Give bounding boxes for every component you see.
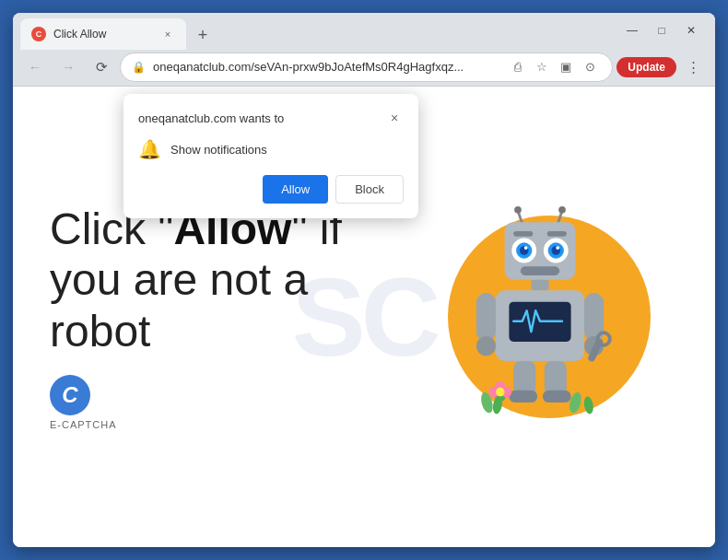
text-line-2: you are not a (50, 254, 420, 305)
minimize-button[interactable]: — (619, 18, 645, 43)
window-controls: — □ ✕ (619, 18, 704, 43)
popup-header: oneqanatclub.com wants to × (138, 109, 404, 127)
update-button[interactable]: Update (616, 57, 676, 77)
tab-bar: C Click Allow × + (20, 13, 614, 48)
new-tab-button[interactable]: + (190, 22, 216, 48)
svg-point-33 (496, 388, 505, 397)
lock-icon: 🔒 (132, 61, 146, 74)
address-bar[interactable]: 🔒 oneqanatclub.com/seVAn-prxw9bJoAtefMs0… (120, 52, 613, 82)
svg-rect-5 (513, 231, 533, 237)
main-text: Click "Allow" if you are not a robot (50, 204, 420, 356)
svg-rect-27 (509, 391, 537, 402)
captcha-logo: C E-CAPTCHA (50, 375, 420, 430)
back-button[interactable]: ← (20, 52, 50, 82)
popup-notification-row: 🔔 Show notifications (138, 138, 404, 160)
popup-close-button[interactable]: × (385, 109, 404, 127)
svg-point-14 (556, 246, 559, 250)
bookmark-icon[interactable]: ☆ (531, 56, 553, 78)
svg-rect-19 (476, 293, 496, 342)
popup-notification-text: Show notifications (170, 143, 267, 157)
profile-icon[interactable]: ⊙ (579, 56, 601, 78)
maximize-button[interactable]: □ (649, 18, 675, 43)
svg-point-37 (582, 396, 594, 415)
svg-point-1 (514, 206, 522, 214)
active-tab[interactable]: C Click Allow × (20, 18, 186, 50)
forward-button[interactable]: → (53, 52, 83, 82)
svg-point-3 (558, 206, 566, 214)
share-icon[interactable]: ⎙ (507, 56, 529, 78)
text-line-3: robot (50, 306, 420, 356)
svg-rect-6 (547, 231, 567, 237)
captcha-c-logo: C (50, 375, 90, 415)
browser-actions: Update ⋮ (616, 52, 708, 82)
popup-title: oneqanatclub.com wants to (138, 111, 284, 125)
left-content: Click "Allow" if you are not a robot C E… (50, 204, 420, 430)
toolbar: ← → ⟳ 🔒 oneqanatclub.com/seVAn-prxw9bJoA… (13, 48, 715, 87)
menu-button[interactable]: ⋮ (678, 52, 708, 82)
captcha-label: E-CAPTCHA (50, 419, 117, 430)
notification-popup: oneqanatclub.com wants to × 🔔 Show notif… (123, 94, 418, 218)
browser-window: C Click Allow × + — □ ✕ ← → ⟳ 🔒 oneqanat… (13, 13, 715, 547)
block-button[interactable]: Block (335, 175, 404, 204)
address-text: oneqanatclub.com/seVAn-prxw9bJoAtefMs0R4… (153, 60, 499, 74)
svg-point-13 (524, 246, 528, 250)
reload-button[interactable]: ⟳ (87, 52, 116, 82)
close-button[interactable]: ✕ (678, 18, 704, 43)
popup-buttons: Allow Block (138, 175, 404, 204)
robot-scene (429, 179, 669, 455)
allow-button[interactable]: Allow (263, 175, 328, 204)
svg-point-20 (476, 336, 496, 356)
title-bar: C Click Allow × + — □ ✕ (13, 13, 715, 48)
svg-rect-16 (531, 280, 548, 291)
tab-favicon: C (31, 27, 46, 41)
svg-rect-15 (521, 266, 559, 275)
sidebar-icon[interactable]: ▣ (555, 56, 577, 78)
tab-title: Click Allow (53, 28, 153, 41)
address-actions: ⎙ ☆ ▣ ⊙ (507, 56, 601, 78)
right-content (420, 179, 678, 455)
page-content: SC oneqanatclub.com wants to × 🔔 Show no… (13, 87, 715, 547)
robot-illustration (457, 206, 623, 427)
bell-icon: 🔔 (138, 138, 161, 160)
svg-rect-28 (543, 391, 571, 402)
tab-close-button[interactable]: × (160, 27, 175, 41)
